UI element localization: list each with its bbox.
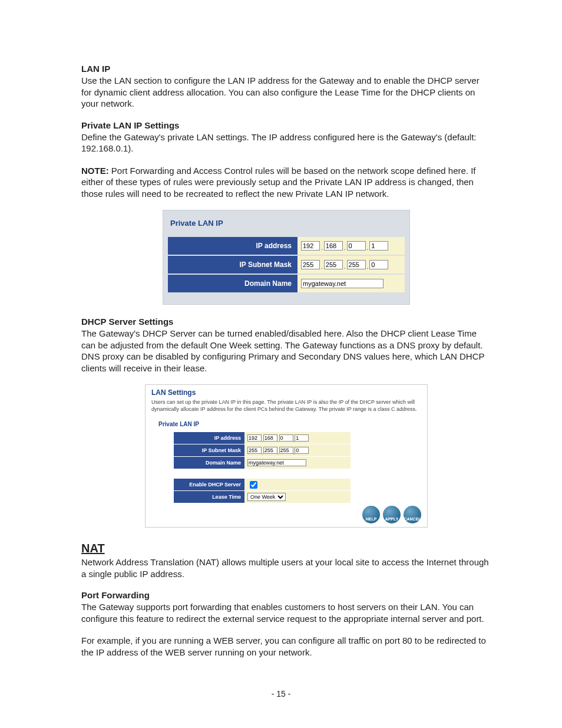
dot-icon: . xyxy=(344,245,346,251)
heading-private-lan: Private LAN IP Settings xyxy=(81,120,491,130)
panel2-desc: Users can set up the private LAN IP in t… xyxy=(146,398,427,420)
mask-octet-4[interactable] xyxy=(369,260,388,269)
ip2-octet-4[interactable] xyxy=(295,434,309,442)
mask2-octet-2[interactable] xyxy=(263,447,277,454)
panel2-sub: Private LAN IP xyxy=(146,420,427,432)
mask-octet-3[interactable] xyxy=(347,260,366,269)
ip-octet-1[interactable] xyxy=(301,241,320,251)
para-dhcp: The Gateway's DHCP Server can be turned … xyxy=(81,328,491,374)
label2-subnet-mask: IP Subnet Mask xyxy=(174,444,244,456)
para-nat: Network Address Translation (NAT) allows… xyxy=(81,556,491,579)
para-lan-ip: Use the LAN section to configure the LAN… xyxy=(81,75,491,110)
help-button[interactable]: HELP xyxy=(362,506,380,523)
heading-dhcp: DHCP Server Settings xyxy=(81,317,491,327)
mask-octet-1[interactable] xyxy=(301,260,320,269)
mask-octet-2[interactable] xyxy=(324,260,343,269)
label2-enable-dhcp: Enable DHCP Server xyxy=(174,479,244,490)
dot-icon: . xyxy=(367,263,369,270)
domain2-input[interactable] xyxy=(247,459,306,466)
apply-button[interactable]: APPLY xyxy=(383,506,401,523)
label2-domain-name: Domain Name xyxy=(174,457,244,469)
label-subnet-mask: IP Subnet Mask xyxy=(168,256,297,274)
dot-icon: . xyxy=(277,437,279,443)
ip-octet-4[interactable] xyxy=(369,241,388,251)
mask2-octet-3[interactable] xyxy=(279,447,293,454)
dot-icon: . xyxy=(367,245,369,251)
panel-private-lan-ip: Private LAN IP IP address . . . IP Subne… xyxy=(163,210,410,305)
label-ip-address: IP address xyxy=(168,237,297,255)
dot-icon: . xyxy=(321,263,323,270)
note-paragraph: NOTE: Port Forwarding and Access Control… xyxy=(81,165,491,200)
note-label: NOTE: xyxy=(81,166,109,176)
panel1-title: Private LAN IP xyxy=(168,216,405,237)
para-portfw-1: The Gateway supports port forwarding tha… xyxy=(81,601,491,624)
note-body: Port Forwarding and Access Control rules… xyxy=(81,166,476,199)
heading-port-forwarding: Port Forwarding xyxy=(81,590,491,600)
label-domain-name: Domain Name xyxy=(168,275,297,292)
label2-ip-address: IP address xyxy=(174,432,244,444)
label2-lease-time: Lease Time xyxy=(174,491,244,503)
cancel-button[interactable]: CANCEL xyxy=(404,506,421,523)
domain-name-input[interactable] xyxy=(301,279,384,288)
ip2-octet-3[interactable] xyxy=(279,434,293,442)
dot-icon: . xyxy=(293,437,295,443)
panel-lan-settings: LAN Settings Users can set up the privat… xyxy=(145,384,428,528)
ip-octet-2[interactable] xyxy=(324,241,343,251)
mask2-octet-1[interactable] xyxy=(247,447,262,454)
ip2-octet-2[interactable] xyxy=(263,434,277,442)
enable-dhcp-checkbox[interactable] xyxy=(250,481,257,489)
heading-lan-ip: LAN IP xyxy=(81,64,491,74)
para-private-lan: Define the Gateway's private LAN setting… xyxy=(81,131,491,154)
dot-icon: . xyxy=(321,245,323,251)
lease-time-select[interactable]: One Week xyxy=(247,493,286,501)
panel2-title: LAN Settings xyxy=(146,385,427,398)
ip2-octet-1[interactable] xyxy=(247,434,262,442)
mask2-octet-4[interactable] xyxy=(295,447,309,454)
dot-icon: . xyxy=(262,449,263,456)
dot-icon: . xyxy=(344,263,346,270)
dot-icon: . xyxy=(277,449,279,456)
para-portfw-2: For example, if you are running a WEB se… xyxy=(81,635,491,658)
page-number: - 15 - xyxy=(0,689,562,699)
ip-octet-3[interactable] xyxy=(347,241,366,251)
heading-nat: NAT xyxy=(81,542,491,555)
dot-icon: . xyxy=(262,437,263,443)
dot-icon: . xyxy=(293,449,295,456)
